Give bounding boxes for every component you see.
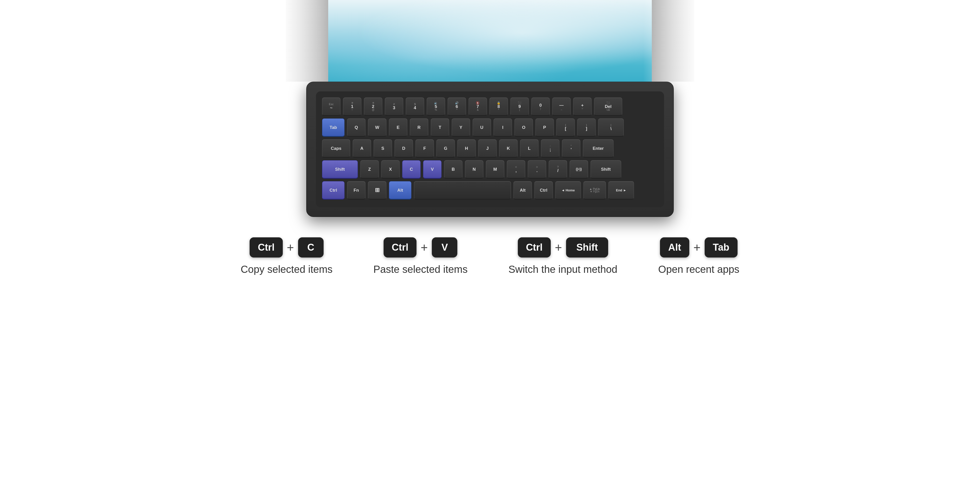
key-row-bottom: Ctrl Fn ⊞ Alt Alt C	[322, 181, 658, 199]
key-alt-left[interactable]: Alt	[389, 181, 411, 199]
plus-sign-input: +	[555, 241, 562, 255]
page-container: Esc ~ ✳ 1 ! ✳ 2 @ # 3	[0, 0, 980, 489]
key-k[interactable]: K	[499, 139, 517, 158]
keyboard: Esc ~ ✳ 1 ! ✳ 2 @ # 3	[306, 82, 674, 217]
key-u[interactable]: U	[473, 118, 491, 137]
shortcuts-section: Ctrl + C Copy selected items Ctrl + V Pa…	[241, 237, 739, 275]
device-frame-left	[286, 0, 328, 82]
key-semicolon[interactable]: : ;	[541, 139, 559, 158]
key-7[interactable]: 🔇 7 &	[469, 97, 487, 116]
shortcut-key-shift: Shift	[566, 237, 608, 258]
shortcut-copy: Ctrl + C Copy selected items	[241, 237, 332, 275]
shortcut-key-ctrl-input: Ctrl	[518, 237, 551, 258]
key-v[interactable]: V	[423, 160, 442, 178]
key-row-qwerty: Tab Q W E R T Y U I O P { [	[322, 118, 658, 137]
key-windows[interactable]: ⊞	[368, 181, 387, 199]
key-o[interactable]: O	[514, 118, 533, 137]
key-ctrl-left[interactable]: Ctrl	[322, 181, 345, 199]
device-top	[286, 0, 694, 82]
key-g[interactable]: G	[436, 139, 455, 158]
key-m[interactable]: M	[486, 160, 504, 178]
keyboard-wrapper: Esc ~ ✳ 1 ! ✳ 2 @ # 3	[286, 82, 694, 217]
key-comma[interactable]: < ,	[507, 160, 525, 178]
shortcut-key-v: V	[432, 237, 457, 258]
key-c[interactable]: C	[402, 160, 421, 178]
shortcut-recent-label: Open recent apps	[658, 264, 739, 275]
key-8[interactable]: 🔒 8 *	[490, 97, 508, 116]
plus-sign-copy: +	[287, 241, 294, 255]
shortcut-paste-label: Paste selected items	[373, 264, 468, 275]
key-s[interactable]: S	[374, 139, 392, 158]
shortcut-key-alt: Alt	[660, 237, 689, 258]
key-fn[interactable]: Fn	[347, 181, 366, 199]
key-lbracket[interactable]: { [	[556, 118, 575, 137]
device-screen	[328, 0, 652, 82]
key-space[interactable]	[414, 181, 511, 199]
shortcut-paste-keys: Ctrl + V	[383, 237, 457, 258]
key-rbracket[interactable]: } ]	[577, 118, 596, 137]
key-p[interactable]: P	[535, 118, 554, 137]
key-row-zxcv: Shift Z X C V B N M < , > .	[322, 160, 658, 178]
shortcut-input-label: Switch the input method	[508, 264, 617, 275]
key-e[interactable]: E	[389, 118, 407, 137]
key-row-numbers: Esc ~ ✳ 1 ! ✳ 2 @ # 3	[322, 97, 658, 116]
key-6[interactable]: 🔊 6 ^	[448, 97, 466, 116]
key-n[interactable]: N	[465, 160, 484, 178]
key-backslash[interactable]: | \	[598, 118, 624, 137]
key-2[interactable]: ✳ 2 @	[364, 97, 382, 116]
key-1[interactable]: ✳ 1 !	[343, 97, 361, 116]
key-y[interactable]: Y	[452, 118, 470, 137]
key-a[interactable]: A	[353, 139, 371, 158]
key-esc[interactable]: Esc ~	[322, 97, 340, 116]
key-quote[interactable]: " '	[562, 139, 580, 158]
shortcut-recent: Alt + Tab Open recent apps	[658, 237, 739, 275]
key-shift-right[interactable]: Shift	[590, 160, 621, 178]
device-frame-right	[652, 0, 694, 82]
key-t[interactable]: T	[431, 118, 449, 137]
key-home[interactable]: ◄ Home	[555, 181, 581, 199]
key-d[interactable]: D	[395, 139, 413, 158]
key-z[interactable]: Z	[360, 160, 379, 178]
key-period[interactable]: > .	[528, 160, 546, 178]
key-shift-left[interactable]: Shift	[322, 160, 358, 178]
key-fn2[interactable]: ((•))	[570, 160, 588, 178]
key-tab[interactable]: Tab	[322, 118, 345, 137]
key-f[interactable]: F	[415, 139, 434, 158]
shortcut-input-keys: Ctrl + Shift	[518, 237, 608, 258]
plus-sign-recent: +	[694, 241, 700, 255]
keyboard-inner: Esc ~ ✳ 1 ! ✳ 2 @ # 3	[316, 91, 664, 207]
key-9[interactable]: ⬛ 9 (	[511, 97, 529, 116]
key-del[interactable]: ⬛ Del ⌫	[594, 97, 622, 116]
key-b[interactable]: B	[444, 160, 463, 178]
key-0[interactable]: 0 )	[531, 97, 550, 116]
shortcut-input: Ctrl + Shift Switch the input method	[508, 237, 617, 275]
key-minus[interactable]: — _	[552, 97, 571, 116]
key-5[interactable]: 🔉 5 %	[427, 97, 445, 116]
key-h[interactable]: H	[457, 139, 476, 158]
shortcut-paste: Ctrl + V Paste selected items	[373, 237, 468, 275]
key-enter[interactable]: Enter	[583, 139, 614, 158]
key-end[interactable]: End ►	[608, 181, 634, 199]
key-x[interactable]: X	[381, 160, 400, 178]
key-4[interactable]: $ 4	[406, 97, 424, 116]
key-caps[interactable]: Caps	[322, 139, 350, 158]
key-ctrl-right[interactable]: Ctrl	[535, 181, 553, 199]
key-slash[interactable]: ? /	[549, 160, 567, 178]
key-pgupdn[interactable]: ▲ PgUp ▼ PgDn	[584, 181, 606, 199]
shortcut-key-c: C	[298, 237, 324, 258]
key-alt-right[interactable]: Alt	[514, 181, 532, 199]
key-l[interactable]: L	[520, 139, 538, 158]
key-r[interactable]: R	[410, 118, 428, 137]
shortcut-key-ctrl-copy: Ctrl	[250, 237, 283, 258]
shortcut-key-tab: Tab	[705, 237, 738, 258]
key-i[interactable]: I	[493, 118, 512, 137]
key-w[interactable]: W	[368, 118, 387, 137]
key-3[interactable]: # 3	[385, 97, 403, 116]
shortcut-copy-keys: Ctrl + C	[250, 237, 323, 258]
shortcut-recent-keys: Alt + Tab	[660, 237, 737, 258]
key-q[interactable]: Q	[347, 118, 366, 137]
key-equals[interactable]: + =	[573, 97, 592, 116]
key-j[interactable]: J	[478, 139, 496, 158]
shortcut-copy-label: Copy selected items	[241, 264, 332, 275]
plus-sign-paste: +	[421, 241, 428, 255]
